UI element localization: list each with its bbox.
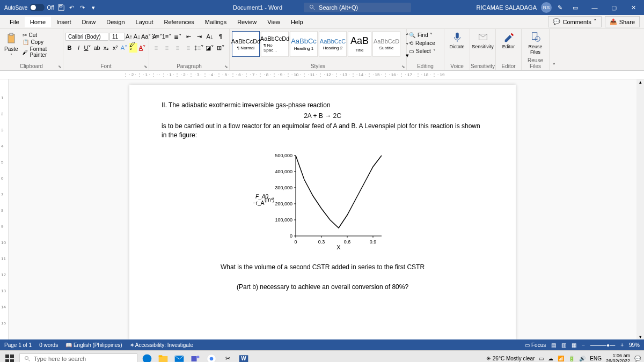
- line-spacing-icon[interactable]: ‡≡˅: [194, 43, 204, 53]
- align-right-icon[interactable]: ≡: [173, 43, 182, 53]
- style-title[interactable]: AaBTitle: [348, 31, 371, 57]
- taskbar-search[interactable]: Type here to search: [19, 353, 137, 363]
- print-layout-icon[interactable]: ▥: [561, 342, 566, 348]
- search-box[interactable]: Search (Alt+Q): [304, 3, 411, 12]
- chrome-icon[interactable]: [205, 352, 218, 363]
- tab-view[interactable]: View: [262, 17, 286, 27]
- dictate-icon[interactable]: [451, 31, 463, 43]
- collapse-ribbon-icon[interactable]: ˄: [553, 62, 555, 68]
- align-left-icon[interactable]: ≡: [151, 43, 161, 53]
- share-button[interactable]: 📤 Share: [605, 16, 640, 27]
- style-nospacing[interactable]: AaBbCcDd¶ No Spac...: [261, 31, 289, 57]
- redo-icon[interactable]: ↷: [79, 4, 86, 11]
- zoom-slider[interactable]: ———●—: [590, 342, 615, 348]
- tray-meet-icon[interactable]: ▭: [539, 356, 544, 361]
- decrease-font-icon[interactable]: A↓: [134, 32, 141, 41]
- increase-indent-icon[interactable]: ⇥: [194, 32, 204, 41]
- tray-volume-icon[interactable]: 🔊: [579, 356, 586, 361]
- style-subtitle[interactable]: AaBbCcDSubtitle: [372, 31, 400, 57]
- font-color-icon[interactable]: A˅: [138, 43, 147, 53]
- word-taskbar-icon[interactable]: W: [237, 352, 250, 363]
- style-heading2[interactable]: AaBbCcCHeading 2: [319, 31, 347, 57]
- sensitivity-icon[interactable]: [477, 31, 489, 43]
- subscript-button[interactable]: x₂: [102, 43, 110, 53]
- document-page[interactable]: II. The adiabatic exothermic irreversibl…: [129, 85, 516, 339]
- scroll-down-icon[interactable]: ▾: [636, 334, 644, 339]
- show-marks-icon[interactable]: ¶: [216, 32, 225, 41]
- italic-button[interactable]: I: [75, 43, 83, 53]
- zoom-in-button[interactable]: +: [620, 342, 624, 348]
- word-count[interactable]: 0 words: [39, 342, 58, 348]
- tab-draw[interactable]: Draw: [77, 17, 101, 27]
- tab-home[interactable]: Home: [25, 17, 51, 27]
- tray-battery-icon[interactable]: 🔋: [568, 356, 575, 361]
- tab-help[interactable]: Help: [286, 17, 309, 27]
- dropdown-icon[interactable]: ▾: [90, 4, 97, 11]
- read-mode-icon[interactable]: ▤: [551, 342, 556, 348]
- focus-button[interactable]: ▭ Focus: [525, 342, 546, 348]
- format-painter-button[interactable]: 🖌 Format Painter: [23, 46, 61, 58]
- bullets-icon[interactable]: ⋮≡˅: [151, 32, 161, 41]
- horizontal-ruler[interactable]: ⋮ · 2 · ⋮ · 1 · ⋮ · · ⋮ · 1 · ⋮ · 2 · ⋮ …: [0, 71, 644, 79]
- find-button[interactable]: 🔍 Find ˅: [409, 32, 442, 39]
- user-avatar[interactable]: RS: [541, 2, 552, 13]
- replace-button[interactable]: ⟲ Replace: [409, 40, 442, 47]
- tab-layout[interactable]: Layout: [130, 17, 159, 27]
- sort-icon[interactable]: A↓: [205, 32, 215, 41]
- font-size-select[interactable]: [109, 33, 125, 41]
- minimize-button[interactable]: —: [587, 3, 602, 12]
- tray-notifications-icon[interactable]: 💬: [634, 356, 641, 361]
- decrease-indent-icon[interactable]: ⇤: [184, 32, 193, 41]
- tab-mailings[interactable]: Mailings: [200, 17, 232, 27]
- paste-button[interactable]: Paste ˅: [2, 30, 20, 60]
- tab-insert[interactable]: Insert: [51, 17, 77, 27]
- vertical-ruler[interactable]: 1 2 3 4 5 6 7 8 9 10 11 12 13 14 15: [0, 79, 9, 339]
- font-expand-icon[interactable]: ⬊: [144, 64, 148, 69]
- underline-button[interactable]: U˅: [84, 43, 92, 53]
- reuse-files-icon[interactable]: [530, 31, 541, 43]
- superscript-button[interactable]: x²: [111, 43, 119, 53]
- teams-icon[interactable]: [189, 352, 202, 363]
- cut-button[interactable]: ✂ Cut: [23, 32, 61, 38]
- borders-icon[interactable]: ⊞˅: [216, 43, 225, 53]
- justify-icon[interactable]: ≡: [184, 43, 193, 53]
- edge-icon[interactable]: [141, 352, 153, 363]
- snip-icon[interactable]: ✂: [221, 352, 234, 363]
- clock[interactable]: 1:06 am 26/02/2022: [606, 353, 630, 362]
- tray-onedrive-icon[interactable]: ☁: [548, 356, 553, 361]
- select-button[interactable]: ▭ Select ˅: [409, 48, 442, 55]
- style-heading1[interactable]: AaBbCcHeading 1: [290, 31, 318, 57]
- comments-button[interactable]: 💬 Comments ˅: [548, 16, 601, 27]
- weather-widget[interactable]: ☀ 26°C Mostly clear: [486, 356, 535, 361]
- zoom-out-button[interactable]: −: [582, 342, 585, 348]
- save-icon[interactable]: [57, 4, 65, 11]
- bold-button[interactable]: B: [65, 43, 74, 53]
- increase-font-icon[interactable]: A↑: [126, 32, 133, 41]
- autosave-toggle[interactable]: AutoSave Off: [4, 4, 54, 11]
- start-button[interactable]: [3, 352, 16, 363]
- scroll-up-icon[interactable]: ▴: [636, 79, 644, 85]
- web-layout-icon[interactable]: ▦: [572, 342, 576, 348]
- styles-expand-icon[interactable]: ⬊: [401, 64, 405, 69]
- undo-icon[interactable]: ↶: [68, 4, 76, 11]
- ribbon-display-icon[interactable]: ▭: [568, 3, 583, 12]
- tab-review[interactable]: Review: [232, 17, 262, 27]
- pen-icon[interactable]: ✎: [556, 4, 564, 11]
- style-normal[interactable]: AaBbCcDd¶ Normal: [232, 31, 260, 57]
- tab-references[interactable]: References: [159, 17, 200, 27]
- close-button[interactable]: ✕: [626, 3, 641, 12]
- clipboard-expand-icon[interactable]: ⬊: [58, 64, 62, 69]
- strike-button[interactable]: ab: [93, 43, 101, 53]
- multilevel-icon[interactable]: ≣˅: [173, 32, 182, 41]
- editor-icon[interactable]: [503, 31, 515, 43]
- tab-design[interactable]: Design: [101, 17, 130, 27]
- tray-wifi-icon[interactable]: 📶: [558, 356, 564, 361]
- page-status[interactable]: Page 1 of 1: [4, 342, 32, 348]
- font-family-select[interactable]: [65, 33, 108, 41]
- copy-button[interactable]: 📋 Copy: [23, 39, 61, 45]
- shading-icon[interactable]: ◪˅: [205, 43, 215, 53]
- accessibility-status[interactable]: ✶ Accessibility: Investigate: [130, 342, 194, 348]
- highlight-icon[interactable]: 🖊˅: [129, 43, 137, 53]
- numbering-icon[interactable]: 1≡˅: [162, 32, 172, 41]
- tray-lang[interactable]: ENG: [590, 356, 602, 361]
